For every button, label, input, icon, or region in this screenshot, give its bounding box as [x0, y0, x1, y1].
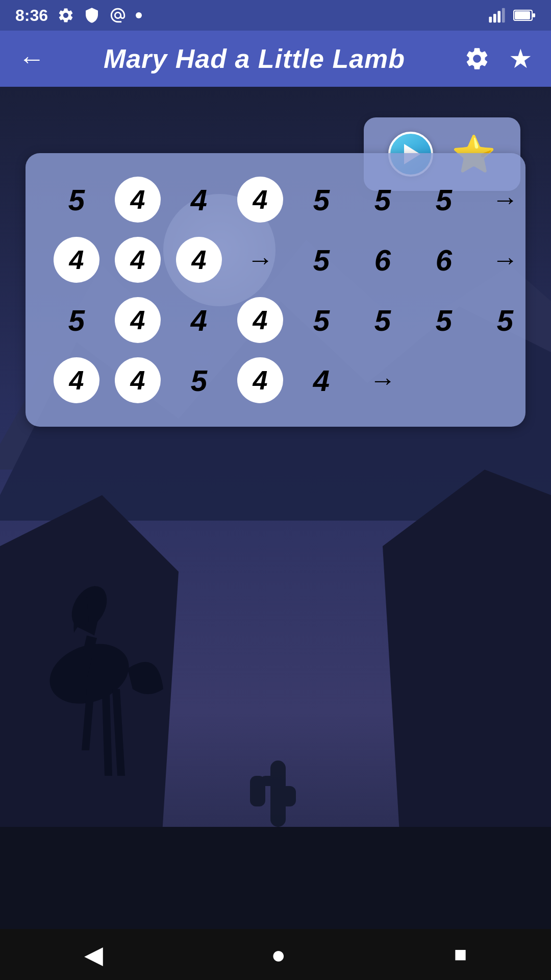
svg-rect-3: [502, 8, 505, 22]
nav-home-button[interactable]: ●: [271, 941, 286, 969]
svg-rect-5: [515, 11, 530, 19]
note-item[interactable]: 5: [413, 295, 474, 346]
note-item[interactable]: 4: [291, 355, 352, 406]
status-right: [488, 7, 536, 24]
note-item[interactable]: 6: [352, 234, 413, 285]
settings-icon: [57, 7, 74, 24]
nav-back-button[interactable]: ◀: [84, 940, 103, 969]
shield-icon: [84, 7, 100, 24]
note-item[interactable]: 4: [107, 234, 168, 285]
note-item[interactable]: 5: [46, 295, 107, 346]
note-item[interactable]: 4: [107, 355, 168, 406]
notes-card: 5 4 4 4 5 5 5 → 4 4 4 → 5 6 6 → 5 4 4 4 …: [26, 153, 525, 427]
svg-rect-0: [489, 17, 492, 22]
battery-icon: [513, 9, 536, 22]
svg-rect-23: [250, 776, 265, 806]
note-item[interactable]: 5: [46, 174, 107, 225]
notes-row-3: 5 4 4 4 5 5 5 5: [46, 292, 505, 348]
note-item[interactable]: 4: [168, 234, 230, 285]
note-item[interactable]: 5: [352, 295, 413, 346]
note-item[interactable]: 4: [107, 295, 168, 346]
note-item[interactable]: 5: [352, 174, 413, 225]
signal-icon: [488, 7, 506, 24]
note-item[interactable]: 4: [46, 355, 107, 406]
note-item[interactable]: 4: [46, 234, 107, 285]
status-bar: 8:36: [0, 0, 551, 31]
svg-rect-1: [493, 14, 496, 22]
svg-rect-24: [281, 786, 296, 806]
note-item[interactable]: 6: [413, 234, 474, 285]
status-time: 8:36: [15, 6, 48, 25]
note-item[interactable]: 5: [291, 174, 352, 225]
note-arrow: →: [352, 355, 413, 406]
svg-rect-6: [533, 13, 535, 17]
notes-row-2: 4 4 4 → 5 6 6 →: [46, 232, 505, 288]
note-arrow: →: [474, 234, 536, 285]
nav-recent-button[interactable]: ■: [454, 942, 467, 967]
note-item[interactable]: 5: [413, 174, 474, 225]
notes-row-4: 4 4 5 4 4 →: [46, 352, 505, 408]
svg-rect-2: [497, 11, 500, 23]
notes-row-1: 5 4 4 4 5 5 5 →: [46, 172, 505, 228]
app-bar-icons: ★: [464, 43, 533, 74]
note-arrow: →: [230, 234, 291, 285]
bottom-nav: ◀ ● ■: [0, 929, 551, 980]
settings-button[interactable]: [464, 45, 490, 72]
note-item[interactable]: 4: [168, 295, 230, 346]
note-item[interactable]: 5: [474, 295, 536, 346]
at-icon: [109, 7, 127, 24]
note-item[interactable]: 4: [230, 174, 291, 225]
note-item[interactable]: 4: [230, 355, 291, 406]
note-item[interactable]: 4: [230, 295, 291, 346]
note-item[interactable]: 5: [168, 355, 230, 406]
note-item[interactable]: 4: [107, 174, 168, 225]
status-left: 8:36: [15, 6, 142, 25]
note-item[interactable]: 4: [168, 174, 230, 225]
notification-dot: [136, 12, 142, 18]
app-title: Mary Had a Little Lamb: [104, 43, 405, 74]
app-bar: ← Mary Had a Little Lamb ★: [0, 31, 551, 87]
note-item[interactable]: 5: [291, 295, 352, 346]
note-arrow: →: [474, 174, 536, 225]
back-button[interactable]: ←: [18, 43, 45, 74]
favorite-button[interactable]: ★: [509, 43, 533, 74]
note-item[interactable]: 5: [291, 234, 352, 285]
